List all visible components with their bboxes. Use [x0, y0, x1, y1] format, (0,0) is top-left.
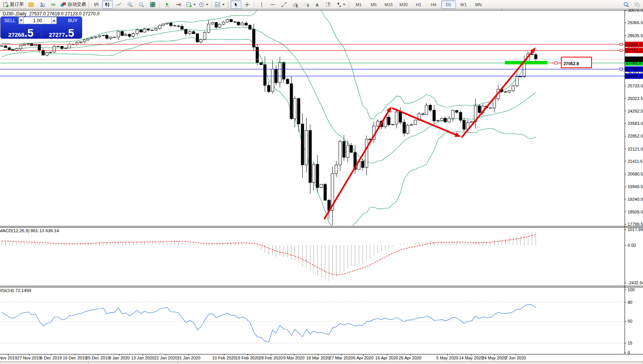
tile-windows-button[interactable] [147, 0, 158, 9]
trend-arrow-line[interactable] [462, 51, 533, 138]
svg-text:19949.5: 19949.5 [628, 184, 643, 189]
svg-text:31 Jan 2020: 31 Jan 2020 [177, 356, 201, 360]
toolbar-group [213, 0, 226, 9]
search-button[interactable] [621, 0, 631, 9]
chart-candles-icon [104, 2, 110, 8]
line-handle[interactable] [620, 49, 622, 52]
svg-text:21411.5: 21411.5 [628, 159, 643, 164]
auto-scroll-button[interactable] [162, 0, 173, 9]
toolbar-grip[interactable] [348, 2, 350, 8]
cursor-button[interactable] [231, 0, 241, 9]
chat-button[interactable] [632, 0, 643, 9]
dropdown-arrow-icon[interactable] [193, 4, 196, 5]
timeframe-button-m30[interactable]: M30 [396, 0, 411, 9]
market-watch-button[interactable] [37, 0, 48, 9]
volume-decrease-button[interactable] [18, 17, 24, 24]
text-button[interactable]: A [312, 0, 323, 9]
svg-text:14 May 2020: 14 May 2020 [459, 356, 483, 360]
candlestick-chart-button[interactable] [102, 0, 113, 9]
svg-text:80: 80 [628, 300, 632, 305]
volume-increase-button[interactable] [51, 17, 57, 24]
label-t-icon: T [325, 2, 331, 8]
line-chart-button[interactable] [113, 0, 124, 9]
timeframe-button-h4[interactable]: H4 [426, 0, 441, 9]
timeframe-button-d1[interactable]: D1 [441, 0, 456, 9]
svg-text:23583.0: 23583.0 [628, 121, 643, 126]
svg-text:27270.0: 27270.0 [626, 57, 641, 62]
bar-chart-button[interactable] [91, 0, 102, 9]
price-callout-text: 27052.8 [564, 61, 579, 66]
text-a-icon: A [314, 2, 320, 8]
trend-arrow-line[interactable] [324, 110, 389, 219]
date-axis[interactable]: Nov 201927 Nov 20196 Dec 201916 Dec 2019… [0, 354, 526, 360]
svg-text:1017.99: 1017.99 [628, 227, 643, 232]
green-highlight-bar[interactable] [505, 61, 547, 64]
svg-text:5 May 2020: 5 May 2020 [436, 356, 458, 360]
crosshair-button[interactable] [242, 0, 252, 9]
line-handle[interactable] [620, 43, 622, 46]
chart-annotations[interactable]: 27052.8 [324, 48, 592, 219]
timeframe-button-mn[interactable]: MN [471, 0, 486, 9]
timeframe-button-h1[interactable]: H1 [411, 0, 426, 9]
timeframe-button-m1[interactable]: M1 [351, 0, 366, 9]
horizontal-line-button[interactable] [267, 0, 278, 9]
shapes-icon [335, 2, 341, 8]
arrows-button[interactable] [334, 0, 346, 9]
profiles-button[interactable] [26, 0, 36, 9]
svg-text:17799.5: 17799.5 [628, 222, 643, 226]
dropdown-arrow-icon[interactable] [222, 4, 224, 5]
svg-text:20680.5: 20680.5 [628, 172, 643, 176]
svg-text:25023.5: 25023.5 [628, 96, 643, 101]
chart-canvas[interactable]: 27052.830076.029366.528635.527904.527175… [0, 0, 643, 364]
svg-text:29366.5: 29366.5 [628, 20, 643, 25]
svg-text:25 Dec 2019: 25 Dec 2019 [86, 356, 110, 360]
status-cell [178, 362, 643, 364]
chart-bars-icon [93, 2, 99, 8]
indicators-button[interactable] [185, 0, 197, 9]
toolbar-grip[interactable] [228, 2, 229, 8]
trendline-button[interactable] [279, 0, 289, 9]
equidistant-channel-button[interactable]: E [290, 0, 300, 9]
callout-handle[interactable] [555, 62, 557, 64]
sell-price: 27268.5 [1, 28, 41, 38]
dropdown-arrow-icon[interactable] [343, 4, 345, 5]
price-axis[interactable]: 30076.029366.528635.527904.527175.026464… [625, 8, 643, 355]
signals-button[interactable] [48, 0, 59, 9]
volume-input[interactable] [24, 17, 51, 24]
timeframe-button-m5[interactable]: M5 [366, 0, 381, 9]
buy-price: 27277.5 [41, 28, 82, 38]
label-button[interactable]: T [323, 0, 334, 9]
svg-text:22 Jan 2020: 22 Jan 2020 [154, 356, 178, 360]
timeframe-button-w1[interactable]: W1 [456, 0, 471, 9]
toolbar-separator [254, 1, 255, 8]
triangle-up-icon [53, 20, 56, 21]
zoom-out-button[interactable] [136, 0, 147, 9]
vertical-line-button[interactable] [256, 0, 267, 9]
line-handle[interactable] [620, 68, 622, 70]
timeframe-button-m15[interactable]: M15 [381, 0, 396, 9]
periods-button[interactable] [197, 0, 209, 9]
toolbar-group: EFAT [256, 0, 346, 9]
buy-label: BUY [68, 18, 77, 23]
svg-text:6 Apr 2020: 6 Apr 2020 [353, 356, 373, 360]
fibonacci-button[interactable]: F [301, 0, 312, 9]
dropdown-arrow-icon[interactable] [206, 4, 208, 5]
objects-list-button[interactable] [213, 0, 226, 9]
tile-windows-icon [150, 2, 156, 8]
horizontal-line-objects[interactable] [0, 43, 625, 76]
svg-text:28635.5: 28635.5 [628, 33, 643, 38]
new-order-button[interactable]: 新订单 [2, 0, 25, 9]
zoom-in-icon [127, 2, 133, 8]
svg-text:50: 50 [628, 319, 632, 323]
svg-text:18509.0: 18509.0 [628, 210, 643, 214]
toolbar-group [125, 0, 147, 9]
svg-text:16 Apr 2020: 16 Apr 2020 [375, 356, 398, 360]
candlesticks[interactable] [0, 19, 537, 226]
svg-text:28124.6: 28124.6 [626, 42, 641, 47]
zoom-in-button[interactable] [125, 0, 135, 9]
svg-text:26297.8: 26297.8 [626, 74, 641, 79]
svg-text:15: 15 [628, 341, 632, 345]
autotrading-button[interactable]: 自动交易 [59, 0, 87, 9]
chart-shift-button[interactable] [173, 0, 184, 9]
toolbar-group [91, 0, 124, 9]
